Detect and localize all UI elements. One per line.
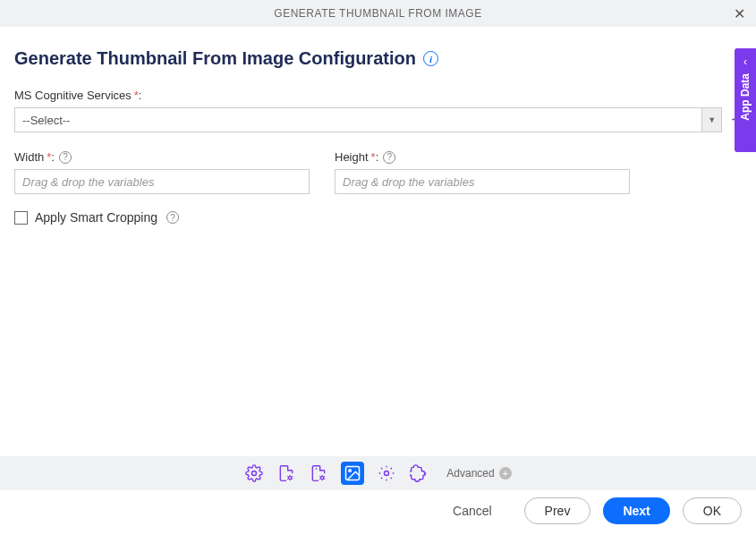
file-gear-alt-icon[interactable]	[309, 463, 328, 483]
required-marker: *:	[371, 150, 379, 164]
svg-point-1	[289, 476, 292, 479]
plus-circle-icon: +	[499, 467, 512, 480]
width-input[interactable]	[14, 169, 310, 194]
info-icon[interactable]: i	[423, 51, 438, 66]
dialog-title: GENERATE THUMBNAIL FROM IMAGE	[274, 7, 481, 20]
svg-point-0	[252, 471, 257, 476]
page-title-text: Generate Thumbnail From Image Configurat…	[14, 48, 416, 69]
app-data-tab-label: App Data	[739, 73, 752, 121]
prev-button[interactable]: Prev	[524, 497, 591, 524]
svg-point-3	[321, 476, 324, 479]
page-title: Generate Thumbnail From Image Configurat…	[14, 48, 742, 69]
dimension-row: Width *: ? Height *: ?	[14, 150, 742, 194]
svg-point-5	[349, 470, 352, 472]
width-field: Width *: ?	[14, 150, 310, 194]
file-gear-icon[interactable]	[276, 463, 296, 483]
chevron-left-icon: ‹	[743, 55, 747, 68]
required-marker: *:	[134, 89, 142, 102]
services-select-value: --Select--	[15, 108, 701, 132]
gear-alt-icon[interactable]	[377, 463, 396, 483]
close-icon[interactable]: ✕	[734, 5, 746, 22]
advanced-label: Advanced	[446, 467, 494, 480]
extension-icon[interactable]	[409, 463, 429, 483]
width-label-text: Width	[14, 150, 44, 164]
bottom-toolbar: Advanced +	[0, 456, 756, 490]
ok-button[interactable]: OK	[683, 497, 742, 524]
help-icon[interactable]: ?	[59, 151, 72, 164]
cancel-button[interactable]: Cancel	[433, 497, 512, 524]
next-button[interactable]: Next	[603, 497, 669, 524]
smart-crop-label: Apply Smart Cropping	[35, 210, 157, 225]
services-select[interactable]: --Select-- ▼	[14, 107, 722, 132]
app-data-tab[interactable]: ‹ App Data	[735, 48, 756, 152]
form-area: MS Cognitive Services *: --Select-- ▼ + …	[14, 89, 742, 225]
height-label: Height *: ?	[335, 150, 630, 164]
height-label-text: Height	[335, 150, 369, 164]
smart-crop-row: Apply Smart Cropping ?	[14, 210, 742, 225]
width-label: Width *: ?	[14, 150, 310, 164]
services-label: MS Cognitive Services *:	[14, 89, 742, 102]
height-input[interactable]	[335, 169, 630, 194]
gear-icon[interactable]	[244, 463, 264, 483]
image-icon[interactable]	[341, 462, 364, 485]
smart-crop-checkbox[interactable]	[14, 211, 28, 225]
dialog-header: GENERATE THUMBNAIL FROM IMAGE ✕	[0, 0, 756, 27]
help-icon[interactable]: ?	[383, 151, 395, 164]
services-label-text: MS Cognitive Services	[14, 89, 132, 102]
services-row: --Select-- ▼ +	[14, 107, 742, 132]
chevron-down-icon[interactable]: ▼	[701, 108, 721, 132]
height-field: Height *: ?	[335, 150, 630, 194]
content-area: Generate Thumbnail From Image Configurat…	[0, 27, 756, 225]
help-icon[interactable]: ?	[166, 211, 179, 224]
svg-point-6	[385, 471, 389, 476]
footer-buttons: Cancel Prev Next OK	[433, 497, 742, 524]
advanced-toggle[interactable]: Advanced +	[446, 467, 511, 480]
required-marker: *:	[47, 150, 55, 164]
